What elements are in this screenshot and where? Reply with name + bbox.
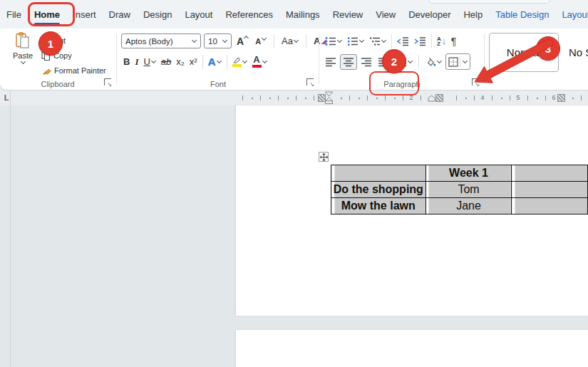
align-right-button[interactable] bbox=[359, 54, 374, 70]
table-cell-task[interactable]: Mow the lawn bbox=[331, 198, 426, 214]
align-left-button[interactable] bbox=[323, 54, 339, 70]
increase-indent-button[interactable] bbox=[412, 33, 428, 49]
table-row: Do the shopping Tom bbox=[331, 182, 588, 198]
styles-group: Normal No S bbox=[486, 29, 588, 91]
font-name-combobox[interactable]: Aptos (Body) bbox=[121, 33, 201, 48]
table-cell[interactable] bbox=[512, 182, 588, 198]
font-name-chevron-icon bbox=[192, 38, 197, 43]
ruler-left-divider bbox=[10, 91, 11, 105]
subscript-button[interactable]: x₂ bbox=[174, 54, 187, 70]
cut-label: Cut bbox=[53, 36, 66, 45]
show-hide-pilcrow-button[interactable]: ¶ bbox=[449, 33, 459, 49]
decrease-indent-button[interactable] bbox=[395, 33, 411, 49]
divider bbox=[306, 34, 306, 48]
style-normal[interactable]: Normal bbox=[489, 33, 559, 72]
document-page-2[interactable] bbox=[235, 330, 588, 367]
tab-file[interactable]: File bbox=[0, 0, 28, 29]
increase-indent-icon bbox=[414, 36, 426, 46]
move-arrows-icon bbox=[320, 153, 328, 161]
font-dialog-launcher[interactable] bbox=[306, 78, 314, 86]
change-case-chevron-icon bbox=[294, 38, 299, 43]
titlebar-search-box-edge bbox=[429, 0, 550, 4]
multilevel-chevron-icon bbox=[381, 38, 386, 43]
table-cell[interactable]: Tom bbox=[425, 182, 512, 198]
tab-layout[interactable]: Layout bbox=[178, 0, 219, 29]
shading-button[interactable] bbox=[423, 54, 444, 70]
table-header-row: Week 1 bbox=[331, 165, 588, 182]
multilevel-list-button[interactable] bbox=[367, 33, 388, 49]
indent-markers[interactable] bbox=[324, 91, 334, 105]
clipboard-dialog-launcher[interactable] bbox=[104, 78, 111, 86]
copy-button[interactable]: Copy bbox=[41, 51, 72, 61]
sort-button[interactable]: AZ ↓ bbox=[435, 33, 448, 49]
multilevel-list-icon bbox=[369, 36, 381, 46]
tab-developer[interactable]: Developer bbox=[402, 0, 457, 29]
strikethrough-button[interactable]: ab bbox=[159, 54, 173, 70]
divider bbox=[431, 34, 432, 48]
tab-table-layout[interactable]: Layout bbox=[555, 0, 588, 29]
tab-design[interactable]: Design bbox=[137, 0, 178, 29]
line-spacing-icon bbox=[395, 57, 407, 67]
font-color-chevron-icon bbox=[262, 58, 267, 63]
document-page-1[interactable]: Week 1 Do the shopping Tom Mow the lawn … bbox=[235, 105, 588, 316]
tab-help[interactable]: Help bbox=[457, 0, 489, 29]
numbering-button[interactable] bbox=[345, 33, 366, 49]
paste-dropdown-chevron-icon[interactable] bbox=[21, 59, 26, 64]
tab-review[interactable]: Review bbox=[326, 0, 370, 29]
tab-home[interactable]: Home bbox=[28, 0, 66, 29]
font-size-combobox[interactable]: 10 bbox=[204, 33, 232, 48]
highlight-chevron-icon bbox=[242, 58, 247, 63]
format-painter-button[interactable]: Format Painter bbox=[41, 66, 106, 76]
table-cell[interactable] bbox=[512, 165, 588, 182]
tab-references[interactable]: References bbox=[219, 0, 279, 29]
borders-button[interactable] bbox=[445, 53, 470, 70]
table-cell-week1[interactable]: Week 1 bbox=[425, 165, 512, 182]
numbering-chevron-icon bbox=[359, 38, 364, 43]
paragraph-dialog-launcher[interactable] bbox=[472, 78, 479, 86]
tab-view[interactable]: View bbox=[369, 0, 402, 29]
table-move-handle[interactable] bbox=[319, 152, 329, 162]
tab-draw[interactable]: Draw bbox=[103, 0, 137, 29]
tab-insert[interactable]: Insert bbox=[66, 0, 103, 29]
italic-button[interactable]: I bbox=[133, 54, 140, 70]
tab-table-design[interactable]: Table Design bbox=[489, 0, 555, 29]
table-column-marker[interactable] bbox=[557, 94, 565, 102]
font-group: Aptos (Body) 10 A A Aa A◢ B I bbox=[118, 29, 318, 91]
bold-button[interactable]: B bbox=[121, 54, 132, 70]
font-size-value: 10 bbox=[208, 37, 217, 46]
font-group-label: Font bbox=[118, 80, 318, 88]
shading-chevron-icon bbox=[437, 58, 442, 63]
font-color-button[interactable]: A bbox=[250, 54, 269, 70]
highlighter-pen-icon bbox=[232, 56, 242, 67]
borders-chevron-icon bbox=[463, 58, 468, 63]
align-center-button[interactable] bbox=[340, 54, 357, 70]
text-effects-button[interactable]: A bbox=[206, 54, 224, 70]
change-case-button[interactable]: Aa bbox=[279, 33, 301, 49]
group-divider bbox=[484, 34, 485, 84]
right-indent-marker[interactable] bbox=[428, 95, 435, 102]
copy-icon bbox=[41, 51, 51, 61]
table-cell-task[interactable]: Do the shopping bbox=[331, 182, 426, 198]
underline-button[interactable]: U bbox=[141, 54, 158, 70]
format-painter-label: Format Painter bbox=[54, 66, 106, 75]
font-color-bar bbox=[252, 65, 262, 68]
tab-mailings[interactable]: Mailings bbox=[279, 0, 326, 29]
bullets-button[interactable] bbox=[323, 33, 344, 49]
decrease-font-size-button[interactable]: A bbox=[253, 33, 269, 49]
increase-font-size-button[interactable]: A bbox=[234, 33, 250, 49]
ruler-number: 5 bbox=[514, 94, 522, 101]
table-cell[interactable] bbox=[512, 198, 588, 214]
decrease-caret-icon bbox=[262, 36, 267, 41]
superscript-button[interactable]: x² bbox=[187, 54, 200, 70]
increase-caret-icon bbox=[244, 36, 249, 41]
table-cell[interactable] bbox=[331, 165, 426, 182]
justify-button[interactable] bbox=[376, 54, 391, 70]
table-column-marker[interactable] bbox=[435, 94, 443, 102]
text-highlight-button[interactable] bbox=[230, 54, 249, 70]
table-cell[interactable]: Jane bbox=[425, 198, 512, 214]
line-spacing-button[interactable] bbox=[393, 54, 415, 70]
paste-button[interactable]: Paste bbox=[9, 32, 37, 76]
style-no-spacing[interactable]: No S bbox=[569, 46, 588, 58]
copy-label: Copy bbox=[53, 51, 72, 60]
cut-button[interactable]: Cut bbox=[41, 36, 66, 46]
